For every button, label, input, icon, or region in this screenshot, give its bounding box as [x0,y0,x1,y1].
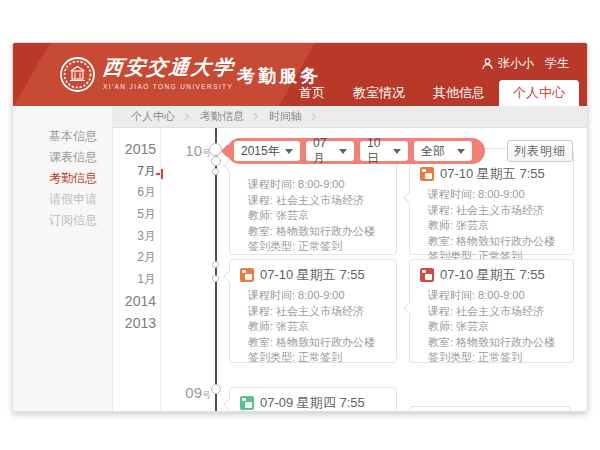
current-month-marker [161,169,163,179]
timeline-nav-2014[interactable]: 2014 [113,291,156,313]
sidebar-item-subscription-info[interactable]: 订阅信息 [13,210,112,231]
timeline-nav-june[interactable]: 6月 [113,182,156,204]
card-line: 签到类型: 正常签到 [248,350,396,366]
card-line: 教室: 格物致知行政办公楼 [248,335,396,351]
day-marker-10: 10号 [171,142,211,160]
timeline-nav-may[interactable]: 5月 [113,204,156,226]
nav-tab-other-info[interactable]: 其他信息 [419,80,499,106]
sidebar-item-schedule-info[interactable]: 课表信息 [13,147,112,168]
timeline-nav-2015[interactable]: 2015 [113,139,156,161]
user-info[interactable]: 张小小 学生 [482,55,569,72]
attendance-status-icon [420,268,434,282]
card-line: 教师: 张芸京 [248,319,396,335]
timeline-nav-january[interactable]: 1月 [113,269,156,291]
card-line: 课程: 社会主义市场经济 [428,304,573,320]
day-select[interactable]: 10日 [360,141,408,161]
nav-tab-classrooms[interactable]: 教室情况 [339,80,419,106]
timeline-nav-july[interactable]: 7月 [113,161,156,183]
year-select[interactable]: 2015年 [234,141,300,161]
attendance-card: 07-09 星期四 7:55 [229,387,397,411]
card-title: 07-10 星期五 7:55 [260,266,365,284]
timeline-node [212,168,219,175]
card-line: 教室: 格物致知行政办公楼 [428,335,573,351]
timeline-node [211,156,221,166]
university-name: 西安交通大学 XI'AN JIAO TONG UNIVERSITY [103,54,235,90]
university-name-cn: 西安交通大学 [102,54,237,81]
card-line: 课程: 社会主义市场经济 [248,304,396,320]
person-icon [482,58,493,70]
timeline-nav-february[interactable]: 2月 [113,247,156,269]
breadcrumb-item-timeline[interactable]: 时间轴 [265,109,306,124]
nav-tab-home[interactable]: 首页 [285,80,339,106]
timeline-panel: 2015 7月 6月 5月 3月 2月 1月 2014 2013 10号 [113,128,587,411]
chevron-right-icon [182,113,189,120]
card-line: 签到类型: 正常签到 [248,239,396,255]
breadcrumb-item-attendance-info[interactable]: 考勤信息 [196,109,248,124]
chevron-right-icon [309,113,316,120]
card-title: 07-10 星期五 7:55 [440,165,545,183]
card-title: 07-10 星期五 7:55 [440,266,545,284]
attendance-card [409,406,571,411]
card-line: 课程时间: 8:00-9:00 [248,177,396,193]
card-line: 教师: 张芸京 [428,218,573,234]
attendance-status-icon [420,167,434,181]
top-nav: 首页 教室情况 其他信息 个人中心 [285,80,579,106]
nav-tab-personal-center[interactable]: 个人中心 [499,80,579,106]
university-logo-icon [59,56,96,93]
card-line: 课程时间: 8:00-9:00 [428,288,573,304]
attendance-card: 07-10 星期五 7:55 课程时间: 8:00-9:00 课程: 社会主义市… [409,148,574,255]
attendance-card: 07-10 星期五 7:55 课程时间: 8:00-9:00 课程: 社会主义市… [229,259,397,363]
month-select[interactable]: 07月 [306,141,354,161]
timeline-node [212,261,219,268]
caret-down-icon [339,149,347,154]
list-detail-button[interactable]: 列表明细 [507,140,573,162]
card-title: 07-09 星期四 7:55 [260,394,365,411]
card-line: 教室: 格物致知行政办公楼 [248,224,396,240]
attendance-status-icon [240,396,254,410]
page: 西安交通大学 XI'AN JIAO TONG UNIVERSITY 考勤服务 张… [0,0,600,450]
card-line: 课程时间: 8:00-9:00 [428,187,573,203]
caret-down-icon [457,149,465,154]
timeline-year-month-nav: 2015 7月 6月 5月 3月 2月 1月 2014 2013 [113,139,156,334]
caret-down-icon [285,149,293,154]
university-name-en: XI'AN JIAO TONG UNIVERSITY [103,83,235,90]
chevron-right-icon [251,113,258,120]
scope-select[interactable]: 全部 [414,141,472,161]
card-line: 教师: 张芸京 [428,319,573,335]
timeline-nav-2013[interactable]: 2013 [113,313,156,335]
breadcrumb-item-personal-center[interactable]: 个人中心 [127,109,179,124]
card-line: 课程时间: 8:00-9:00 [248,288,396,304]
timeline-node [211,384,221,394]
date-filter-bar: 2015年 07月 10日 全部 [227,138,485,164]
caret-down-icon [393,149,401,154]
user-name: 张小小 [498,55,534,72]
sidebar: 基本信息 课表信息 考勤信息 请假申请 订阅信息 [13,106,113,411]
card-line: 教师: 张芸京 [248,208,396,224]
timeline-node [212,275,219,282]
card-line: 课程: 社会主义市场经济 [248,193,396,209]
card-line: 签到类型: 正常签到 [428,350,573,366]
breadcrumb: 个人中心 考勤信息 时间轴 [113,106,587,128]
attendance-status-icon [240,268,254,282]
user-role: 学生 [545,55,569,72]
sidebar-item-leave-request[interactable]: 请假申请 [13,189,112,210]
timeline-nav-march[interactable]: 3月 [113,226,156,248]
sidebar-item-basic-info[interactable]: 基本信息 [13,126,112,147]
card-line: 课程: 社会主义市场经济 [428,203,573,219]
sidebar-item-attendance-info[interactable]: 考勤信息 [13,168,112,189]
card-line: 教室: 格物致知行政办公楼 [428,234,573,250]
divider [160,128,161,411]
app-window: 西安交通大学 XI'AN JIAO TONG UNIVERSITY 考勤服务 张… [12,42,588,412]
attendance-card: 07-10 星期五 7:55 课程时间: 8:00-9:00 课程: 社会主义市… [409,259,574,363]
day-marker-09: 09号 [171,384,211,402]
app-header: 西安交通大学 XI'AN JIAO TONG UNIVERSITY 考勤服务 张… [13,43,587,106]
filter-bar-arrow [221,144,235,158]
